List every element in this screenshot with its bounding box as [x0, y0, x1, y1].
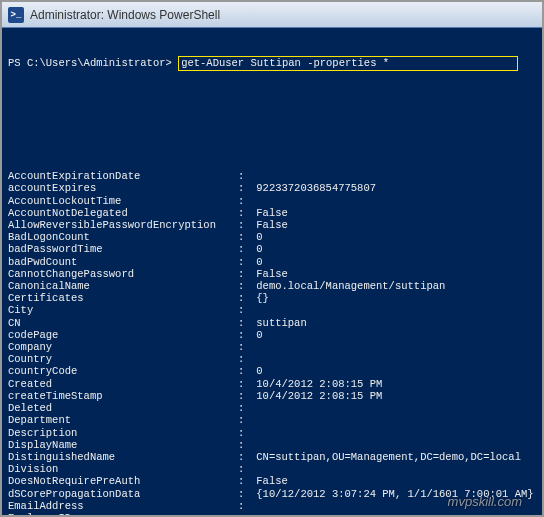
property-colon: : — [238, 182, 250, 194]
property-colon: : — [238, 402, 250, 414]
property-key: Certificates — [8, 292, 238, 304]
console-output[interactable]: PS C:\Users\Administrator> get-ADuser Su… — [2, 28, 542, 515]
property-colon: : — [238, 256, 250, 268]
property-key: CannotChangePassword — [8, 268, 238, 280]
property-colon: : — [238, 243, 250, 255]
command-text: get-ADuser Suttipan -properties * — [181, 57, 389, 69]
property-key: Country — [8, 353, 238, 365]
property-value — [250, 512, 536, 515]
property-key: EmployeeID — [8, 512, 238, 515]
property-value: 0 — [250, 365, 536, 377]
property-key: DoesNotRequirePreAuth — [8, 475, 238, 487]
property-key: AccountLockoutTime — [8, 195, 238, 207]
property-row: Division: — [8, 463, 536, 475]
property-colon: : — [238, 414, 250, 426]
property-key: CN — [8, 317, 238, 329]
property-value — [250, 439, 536, 451]
property-key: AccountExpirationDate — [8, 170, 238, 182]
property-value — [250, 304, 536, 316]
property-row: Certificates: {} — [8, 292, 536, 304]
property-row: CN: suttipan — [8, 317, 536, 329]
property-row: Department: — [8, 414, 536, 426]
property-key: AllowReversiblePasswordEncryption — [8, 219, 238, 231]
property-colon: : — [238, 512, 250, 515]
property-key: accountExpires — [8, 182, 238, 194]
property-row: Country: — [8, 353, 536, 365]
watermark: mvpskill.com — [448, 494, 522, 509]
property-row: createTimeStamp: 10/4/2012 2:08:15 PM — [8, 390, 536, 402]
property-value — [250, 353, 536, 365]
property-colon: : — [238, 231, 250, 243]
property-colon: : — [238, 219, 250, 231]
property-list: AccountExpirationDate: accountExpires: 9… — [8, 170, 536, 515]
property-value: False — [250, 475, 536, 487]
property-key: EmailAddress — [8, 500, 238, 512]
property-row: DoesNotRequirePreAuth: False — [8, 475, 536, 487]
window-titlebar[interactable]: >_ Administrator: Windows PowerShell — [2, 2, 542, 28]
property-key: Created — [8, 378, 238, 390]
property-colon: : — [238, 353, 250, 365]
prompt-line: PS C:\Users\Administrator> get-ADuser Su… — [8, 56, 536, 70]
property-row: AccountLockoutTime: — [8, 195, 536, 207]
property-row: DistinguishedName: CN=suttipan,OU=Manage… — [8, 451, 536, 463]
property-colon: : — [238, 304, 250, 316]
property-value: 9223372036854775807 — [250, 182, 536, 194]
property-value: suttipan — [250, 317, 536, 329]
property-row: countryCode: 0 — [8, 365, 536, 377]
property-key: BadLogonCount — [8, 231, 238, 243]
property-value: 0 — [250, 243, 536, 255]
property-colon: : — [238, 292, 250, 304]
property-row: AllowReversiblePasswordEncryption: False — [8, 219, 536, 231]
property-key: DisplayName — [8, 439, 238, 451]
property-row: AccountNotDelegated: False — [8, 207, 536, 219]
property-colon: : — [238, 475, 250, 487]
property-key: DistinguishedName — [8, 451, 238, 463]
property-key: Company — [8, 341, 238, 353]
property-value: False — [250, 207, 536, 219]
property-colon: : — [238, 390, 250, 402]
property-row: Deleted: — [8, 402, 536, 414]
property-row: badPwdCount: 0 — [8, 256, 536, 268]
property-value: 0 — [250, 256, 536, 268]
property-colon: : — [238, 451, 250, 463]
property-key: countryCode — [8, 365, 238, 377]
property-value: 0 — [250, 231, 536, 243]
property-value — [250, 463, 536, 475]
property-value — [250, 170, 536, 182]
property-colon: : — [238, 463, 250, 475]
property-row: badPasswordTime: 0 — [8, 243, 536, 255]
prompt-prefix: PS C:\Users\Administrator> — [8, 57, 172, 69]
property-row: codePage: 0 — [8, 329, 536, 341]
property-colon: : — [238, 365, 250, 377]
property-row: Description: — [8, 427, 536, 439]
property-key: AccountNotDelegated — [8, 207, 238, 219]
property-row: accountExpires: 9223372036854775807 — [8, 182, 536, 194]
powershell-icon: >_ — [8, 7, 24, 23]
property-key: City — [8, 304, 238, 316]
property-colon: : — [238, 207, 250, 219]
blank-line — [8, 134, 536, 146]
property-row: City: — [8, 304, 536, 316]
property-key: dSCorePropagationData — [8, 488, 238, 500]
property-key: badPasswordTime — [8, 243, 238, 255]
property-value: False — [250, 268, 536, 280]
property-key: Division — [8, 463, 238, 475]
property-colon: : — [238, 195, 250, 207]
property-value: False — [250, 219, 536, 231]
property-colon: : — [238, 268, 250, 280]
property-value — [250, 402, 536, 414]
property-colon: : — [238, 378, 250, 390]
command-highlight: get-ADuser Suttipan -properties * — [178, 56, 518, 70]
property-value: 0 — [250, 329, 536, 341]
property-value: 10/4/2012 2:08:15 PM — [250, 390, 536, 402]
property-key: codePage — [8, 329, 238, 341]
property-row: DisplayName: — [8, 439, 536, 451]
property-value — [250, 195, 536, 207]
property-row: AccountExpirationDate: — [8, 170, 536, 182]
property-colon: : — [238, 500, 250, 512]
property-value — [250, 414, 536, 426]
property-value: demo.local/Management/suttipan — [250, 280, 536, 292]
property-colon: : — [238, 488, 250, 500]
property-colon: : — [238, 280, 250, 292]
property-row: Company: — [8, 341, 536, 353]
